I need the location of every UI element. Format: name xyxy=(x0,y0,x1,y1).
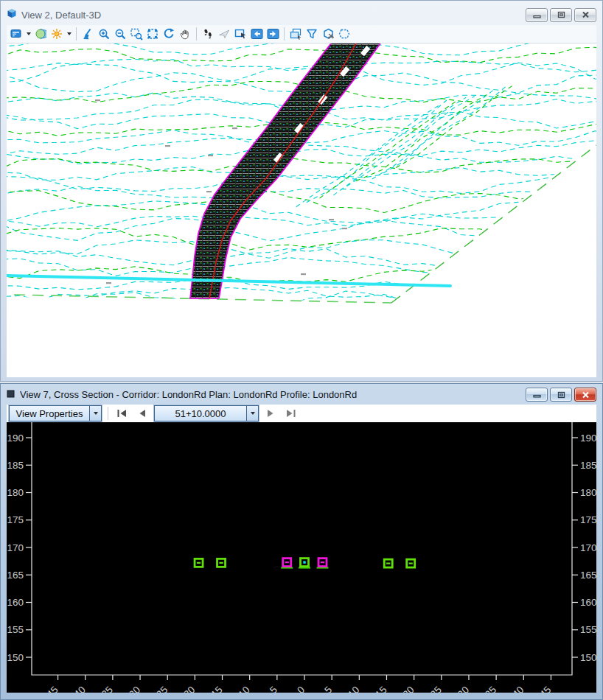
view-properties-dropdown-caret-icon[interactable] xyxy=(89,406,101,421)
y-axis-label: 150 xyxy=(580,652,596,663)
x-axis-label: -45 xyxy=(42,685,60,693)
previous-station-button[interactable] xyxy=(134,406,150,421)
view-previous-button[interactable] xyxy=(249,27,264,42)
x-axis-label: -40 xyxy=(69,685,87,693)
point-dash xyxy=(219,562,223,564)
copy-view-button[interactable] xyxy=(288,27,303,42)
x-axis-label: 45 xyxy=(537,685,553,693)
y-axis-label: 175 xyxy=(580,514,596,525)
axis-line xyxy=(32,422,572,675)
restore-button[interactable] xyxy=(550,388,572,402)
x-axis-label: -5 xyxy=(265,685,279,693)
station-select[interactable]: 51+10.0000 xyxy=(154,405,259,421)
y-axis-label: 160 xyxy=(7,597,24,608)
view3d-toolbar xyxy=(7,25,596,43)
window-area-button[interactable] xyxy=(129,27,144,42)
toolbar-separator xyxy=(284,27,285,41)
minimize-button[interactable] xyxy=(526,8,548,22)
fit-view-button[interactable] xyxy=(145,27,160,42)
close-icon[interactable] xyxy=(574,388,596,402)
close-icon[interactable] xyxy=(574,8,596,22)
y-axis-label: 165 xyxy=(580,570,596,581)
x-axis-label: -10 xyxy=(234,685,251,693)
cross-section-toolbar: View Properties 51+10.0000 xyxy=(7,405,596,422)
zoom-out-button[interactable] xyxy=(113,27,128,42)
view-attributes-dropdown-caret-icon[interactable] xyxy=(25,27,32,42)
view-next-button[interactable] xyxy=(265,27,280,42)
window-view3d: View 2, Default-3D xyxy=(0,0,603,382)
point-dash xyxy=(285,561,289,563)
y-axis-label: 170 xyxy=(7,542,24,553)
x-axis-label: 20 xyxy=(401,685,416,693)
view-display-style-button[interactable] xyxy=(33,27,48,42)
point-dash xyxy=(197,562,201,564)
cross-section-title: View 7, Cross Section - Corridor: London… xyxy=(20,389,521,400)
rotate-view-button[interactable] xyxy=(161,27,176,42)
last-station-button[interactable] xyxy=(282,406,299,421)
y-axis-label: 155 xyxy=(7,624,24,635)
selected-point-dot xyxy=(303,561,305,563)
y-axis-label: 155 xyxy=(580,624,596,635)
y-axis-label: 175 xyxy=(7,514,24,525)
dark-square-icon xyxy=(7,388,15,402)
x-axis-label: 15 xyxy=(373,685,388,693)
y-axis-label: 180 xyxy=(7,487,24,498)
next-station-button[interactable] xyxy=(262,406,279,421)
x-axis-label: 25 xyxy=(428,685,444,693)
y-axis-label: 190 xyxy=(7,433,24,444)
clip-mask-button[interactable] xyxy=(321,27,335,42)
pan-view-button[interactable] xyxy=(178,27,192,42)
x-axis-label: 5 xyxy=(322,685,334,693)
fly-button[interactable] xyxy=(217,27,231,42)
station-value: 51+10.0000 xyxy=(155,406,246,421)
y-axis-label: 160 xyxy=(580,597,596,608)
view-properties-button[interactable]: View Properties xyxy=(9,405,102,421)
view3d-titlebar[interactable]: View 2, Default-3D xyxy=(1,5,602,24)
x-axis-label: -25 xyxy=(152,685,170,693)
y-axis-label: 185 xyxy=(580,460,596,471)
x-axis-label: 10 xyxy=(346,685,361,693)
y-axis-label: 150 xyxy=(7,652,24,663)
y-axis-label: 180 xyxy=(580,487,596,498)
toolbar-separator xyxy=(108,407,108,420)
minimize-button[interactable] xyxy=(526,388,548,402)
toolbar-separator xyxy=(76,27,77,41)
cross-section-canvas[interactable]: 1901901851851801801751751701701651651601… xyxy=(7,422,596,693)
point-dash xyxy=(409,563,413,564)
boundary-line xyxy=(391,143,596,303)
point-dash xyxy=(321,561,324,563)
restore-button[interactable] xyxy=(550,8,572,22)
x-axis-label: -30 xyxy=(125,685,142,693)
toolbar-separator xyxy=(196,27,197,41)
walk-button[interactable] xyxy=(201,27,215,42)
cross-section-titlebar[interactable]: View 7, Cross Section - Corridor: London… xyxy=(1,385,602,404)
first-station-button[interactable] xyxy=(114,406,130,421)
zoom-in-button[interactable] xyxy=(97,27,111,42)
station-dropdown-caret-icon[interactable] xyxy=(246,406,258,421)
clip-volume-button[interactable] xyxy=(304,27,319,42)
update-view-button[interactable] xyxy=(80,27,95,42)
x-axis-label: -15 xyxy=(206,685,224,693)
blue-cube-icon xyxy=(7,8,17,21)
view-properties-label: View Properties xyxy=(10,406,89,421)
y-axis-label: 185 xyxy=(7,460,24,471)
x-axis-label: 40 xyxy=(510,685,526,693)
view-attributes-button[interactable] xyxy=(9,27,24,42)
x-axis-label: -20 xyxy=(179,685,197,693)
y-axis-label: 190 xyxy=(580,433,596,444)
view-brightness-dropdown-caret-icon[interactable] xyxy=(66,27,72,42)
x-axis-label: 35 xyxy=(483,685,498,693)
section-clip-button[interactable] xyxy=(337,27,352,42)
view-brightness-button[interactable] xyxy=(49,27,64,42)
x-axis-label: 0 xyxy=(295,685,307,693)
y-axis-label: 170 xyxy=(580,542,596,553)
view3d-title: View 2, Default-3D xyxy=(21,10,521,21)
view3d-canvas[interactable] xyxy=(7,43,596,377)
window-cross-section: View 7, Cross Section - Corridor: London… xyxy=(0,383,603,700)
navigate-view-button[interactable] xyxy=(233,27,248,42)
x-axis-label: -35 xyxy=(97,685,115,693)
point-dash xyxy=(386,563,390,564)
y-axis-label: 165 xyxy=(7,570,24,581)
x-axis-label: 30 xyxy=(456,685,471,693)
